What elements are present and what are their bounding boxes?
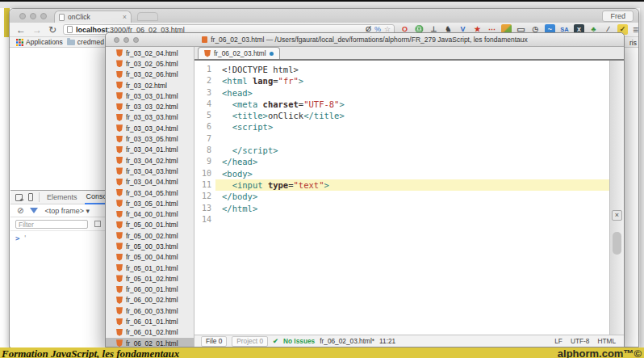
file-tree-item[interactable]: fr_06_01_01.html — [106, 316, 194, 326]
code-line[interactable]: <!DOCTYPE html> — [215, 64, 609, 75]
code-area[interactable]: <!DOCTYPE html><html lang="fr"><head> <m… — [215, 61, 609, 335]
forward-button[interactable]: → — [32, 25, 42, 35]
code-line[interactable]: </body> — [215, 191, 609, 202]
code-line[interactable]: </script> — [215, 145, 609, 156]
code-line[interactable]: <script> — [215, 121, 609, 133]
code-line[interactable]: <body> — [215, 168, 609, 179]
html-file-icon — [116, 254, 123, 261]
close-window-button[interactable] — [19, 13, 26, 19]
filter-input[interactable]: Filter — [15, 220, 88, 229]
line-number: 12 — [194, 191, 211, 202]
file-tree-item[interactable]: fr_03_02_05.html — [106, 58, 194, 69]
bookmark-partial-label[interactable]: ris — [629, 39, 637, 47]
frame-selector[interactable]: <top frame> ▾ — [44, 207, 90, 215]
tab-elements[interactable]: Elements — [45, 192, 79, 204]
bookmark-credmed[interactable]: credmed — [67, 38, 104, 46]
file-tree-item[interactable]: fr_03_02_04.html — [106, 48, 194, 58]
file-tree-item[interactable]: fr_05_00_03.html — [106, 241, 194, 251]
file-tree-item[interactable]: fr_06_00_01.html — [106, 284, 194, 295]
filter-funnel-icon[interactable] — [30, 208, 38, 213]
editor-tab-label: fr_06_02_03.html — [214, 49, 266, 57]
editor-window-title: fr_06_02_03.html — /Users/fgaurat/local_… — [202, 36, 528, 44]
editor-minimize-button[interactable] — [123, 37, 129, 43]
html-file-icon — [116, 329, 123, 336]
html-file-icon — [116, 49, 123, 57]
line-number: 1 — [194, 64, 211, 75]
code-line[interactable]: </html> — [215, 203, 609, 214]
file-name: fr_05_00_02.html — [126, 232, 178, 240]
status-file[interactable]: File 0 — [201, 336, 227, 347]
modified-dot-icon — [270, 52, 274, 56]
file-tree-item[interactable]: fr_06_00_03.html — [106, 305, 194, 316]
html-file-icon — [116, 211, 123, 218]
file-tree-item[interactable]: fr_03_03_04.html — [106, 123, 194, 133]
screen: onClick × Fred ← → ↻ localhost:3000/fr_0… — [0, 0, 644, 358]
bookmark-applications[interactable]: Applications — [16, 38, 63, 46]
code-line-highlighted[interactable]: <input type="text"> — [215, 179, 609, 191]
code-line[interactable] — [215, 133, 609, 145]
file-name: fr_06_02_01.html — [126, 339, 178, 347]
zoom-window-button[interactable] — [40, 13, 47, 19]
device-toolbar-icon[interactable] — [28, 193, 33, 201]
file-tree-item[interactable]: fr_03_03_01.html — [106, 91, 194, 101]
file-tree-item[interactable]: fr_05_01_01.html — [106, 263, 194, 273]
editor-tab[interactable]: fr_06_02_03.html — [198, 47, 280, 59]
status-eol[interactable]: LF — [554, 337, 562, 345]
html-file-icon — [116, 167, 123, 175]
minimize-window-button[interactable] — [30, 13, 36, 19]
file-tree-item[interactable]: fr_03_04_01.html — [106, 145, 194, 155]
file-tree-item[interactable]: fr_03_04_03.html — [106, 166, 194, 176]
file-name: fr_05_01_01.html — [126, 264, 178, 272]
desktop-margin — [640, 8, 644, 347]
file-tree-item[interactable]: fr_03_03_02.html — [106, 101, 194, 112]
html-file-icon — [116, 92, 123, 99]
file-name: fr_03_03_02.html — [126, 103, 178, 111]
file-tree-item[interactable]: fr_03_04_05.html — [106, 187, 194, 198]
file-tree-item[interactable]: fr_06_00_02.html — [106, 295, 194, 305]
inspect-element-icon[interactable] — [15, 194, 23, 201]
file-tree-item[interactable]: fr_03_02.html — [106, 80, 194, 91]
regex-checkbox[interactable] — [94, 221, 101, 227]
code-line[interactable] — [215, 214, 609, 225]
file-tree-item[interactable]: fr_03_04_02.html — [106, 155, 194, 166]
file-tree-item[interactable]: fr_06_02_01.html — [106, 338, 194, 347]
file-tree-item[interactable]: fr_04_00_01.html — [106, 208, 194, 219]
file-tree-item[interactable]: fr_03_04_04.html — [106, 177, 194, 187]
status-mode[interactable]: HTML — [597, 337, 616, 345]
code-editor[interactable]: 1234567891011121314 <!DOCTYPE html><html… — [194, 61, 624, 335]
close-tab-icon[interactable]: × — [123, 14, 127, 21]
editor-scrollbar[interactable]: × — [609, 61, 624, 335]
status-project[interactable]: Project 0 — [232, 336, 268, 347]
file-tree-item[interactable]: fr_03_02_06.html — [106, 69, 194, 80]
code-line[interactable]: <meta charset="UTF-8"> — [215, 99, 609, 110]
file-tree-item[interactable]: fr_03_03_05.html — [106, 133, 194, 144]
clear-console-icon[interactable]: ⊘ — [17, 207, 23, 215]
browser-tab[interactable]: onClick × — [54, 11, 132, 23]
status-encoding[interactable]: UTF-8 — [571, 337, 590, 345]
file-tree-item[interactable]: fr_03_03_03.html — [106, 112, 194, 123]
back-button[interactable]: ← — [16, 25, 26, 35]
file-tree-item[interactable]: fr_05_00_02.html — [106, 230, 194, 241]
file-tree-item[interactable]: fr_03_05_01.html — [106, 198, 194, 208]
editor-close-button[interactable] — [114, 37, 119, 43]
code-line[interactable]: </head> — [215, 156, 609, 167]
new-tab-button[interactable] — [137, 12, 158, 21]
code-line[interactable]: <title>onClick</title> — [215, 110, 609, 121]
code-line[interactable]: <html lang="fr"> — [215, 75, 609, 86]
editor-zoom-button[interactable] — [133, 37, 139, 43]
status-issues[interactable]: No Issues — [283, 337, 315, 345]
profile-button[interactable]: Fred — [602, 11, 634, 22]
reload-button[interactable]: ↻ — [48, 25, 56, 35]
file-tree-item[interactable]: fr_05_00_01.html — [106, 220, 194, 230]
url-page-icon — [67, 26, 73, 33]
code-line[interactable]: <head> — [215, 87, 609, 99]
chrome-menu-icon[interactable]: ≡ — [633, 24, 638, 36]
file-tree-item[interactable]: fr_06_01_02.html — [106, 327, 194, 338]
file-tree-item[interactable]: fr_05_01_02.html — [106, 273, 194, 284]
html-file-icon — [116, 60, 123, 67]
editor-titlebar[interactable]: fr_06_02_03.html — /Users/fgaurat/local_… — [106, 33, 624, 47]
close-panel-icon[interactable]: × — [612, 210, 622, 221]
file-tree-item[interactable]: fr_05_00_04.html — [106, 252, 194, 263]
file-name: fr_03_04_01.html — [126, 145, 178, 154]
scrollbar-thumb[interactable] — [613, 232, 621, 255]
